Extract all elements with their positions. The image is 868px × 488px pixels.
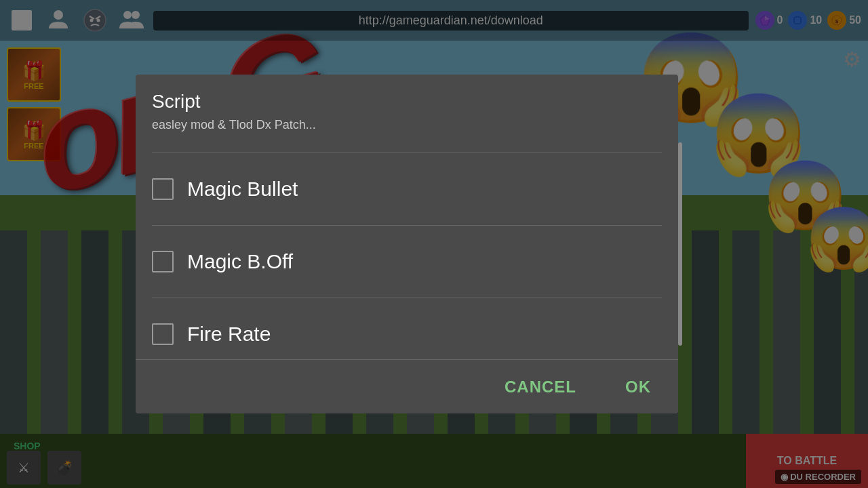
script-dialog: Script easley mod & Tlod Dx Patch... Mag…: [136, 75, 678, 413]
dialog-scrollbar[interactable]: [678, 142, 682, 346]
fire-rate-checkbox[interactable]: [152, 323, 174, 345]
dialog-actions: CANCEL OK: [136, 359, 678, 413]
magic-bullet-label: Magic Bullet: [187, 178, 298, 201]
cancel-button[interactable]: CANCEL: [494, 372, 587, 402]
magic-bullet-checkbox[interactable]: [152, 178, 174, 200]
ok-button[interactable]: OK: [614, 372, 662, 402]
magic-boff-row: Magic B.Off: [152, 239, 662, 284]
dialog-subtitle: easley mod & Tlod Dx Patch...: [152, 118, 662, 132]
divider-1: [152, 225, 662, 226]
divider-2: [152, 298, 662, 298]
magic-boff-checkbox[interactable]: [152, 251, 174, 272]
dialog-divider-top: [152, 152, 662, 153]
fire-rate-label: Fire Rate: [187, 323, 271, 346]
magic-bullet-row: Magic Bullet: [152, 167, 662, 211]
dialog-title: Script: [152, 91, 662, 113]
magic-boff-label: Magic B.Off: [187, 250, 293, 273]
dialog-overlay: Script easley mod & Tlod Dx Patch... Mag…: [0, 0, 868, 488]
fire-rate-row: Fire Rate: [152, 312, 662, 357]
